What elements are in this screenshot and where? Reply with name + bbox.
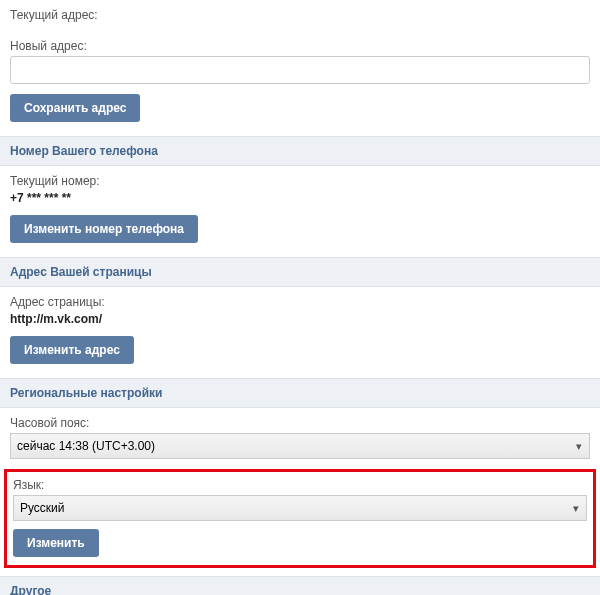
phone-current-value: +7 *** *** ** (10, 191, 71, 205)
change-page-address-button[interactable]: Изменить адрес (10, 336, 134, 364)
timezone-select[interactable]: сейчас 14:38 (UTC+3.00) (10, 433, 590, 459)
phone-current-label: Текущий номер: (10, 174, 590, 188)
phone-section-header: Номер Вашего телефона (0, 136, 600, 166)
current-address-row: Текущий адрес: (0, 0, 600, 31)
save-address-button[interactable]: Сохранить адрес (10, 94, 140, 122)
page-address-value: http://m.vk.com/ (10, 312, 102, 326)
page-address-row: Адрес страницы: http://m.vk.com/ (0, 287, 600, 332)
change-language-button[interactable]: Изменить (13, 529, 99, 557)
change-phone-button[interactable]: Изменить номер телефона (10, 215, 198, 243)
regional-section-header: Региональные настройки (0, 378, 600, 408)
new-address-label: Новый адрес: (10, 39, 590, 53)
new-address-row: Новый адрес: (0, 31, 600, 90)
other-section-header: Другое (0, 576, 600, 595)
language-select[interactable]: Русский (13, 495, 587, 521)
timezone-label: Часовой пояс: (10, 416, 590, 430)
language-highlight-box: Язык: Русский Изменить (4, 469, 596, 568)
timezone-row: Часовой пояс: сейчас 14:38 (UTC+3.00) (0, 408, 600, 465)
current-address-label: Текущий адрес: (10, 8, 590, 22)
language-label: Язык: (13, 478, 587, 492)
new-address-input[interactable] (10, 56, 590, 84)
page-address-section-header: Адрес Вашей страницы (0, 257, 600, 287)
page-address-label: Адрес страницы: (10, 295, 590, 309)
phone-current-row: Текущий номер: +7 *** *** ** (0, 166, 600, 211)
